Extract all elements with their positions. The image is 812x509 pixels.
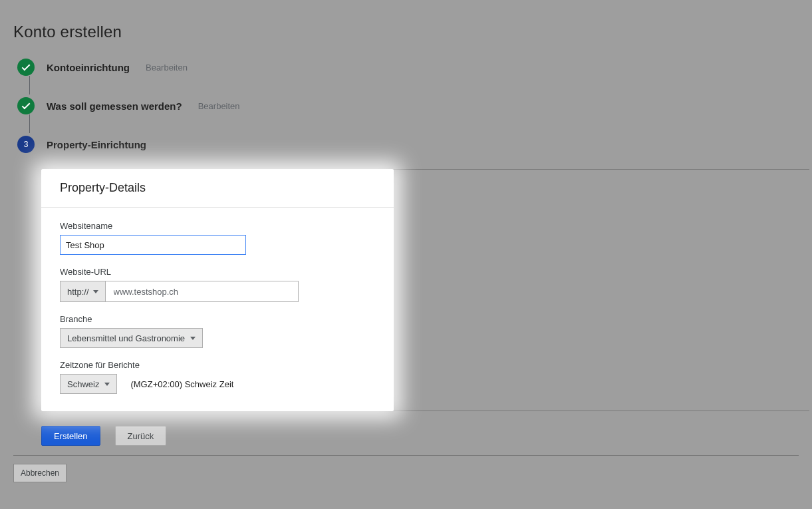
field-timezone: Zeitzone für Berichte Schweiz (MGZ+02:00…: [60, 360, 375, 394]
website-name-input[interactable]: [60, 235, 246, 255]
website-url-input[interactable]: [106, 281, 299, 302]
step-measure: Was soll gemessen werden? Bearbeiten: [17, 97, 799, 114]
step-title: Kontoeinrichtung: [47, 62, 130, 73]
label-website-url: Website-URL: [60, 267, 375, 277]
label-timezone: Zeitzone für Berichte: [60, 360, 375, 370]
check-icon: [17, 59, 35, 76]
industry-value: Lebensmittel und Gastronomie: [67, 333, 185, 343]
page-title: Konto erstellen: [13, 23, 799, 41]
chevron-down-icon: [104, 383, 110, 386]
protocol-value: http://: [67, 287, 89, 297]
industry-select[interactable]: Lebensmittel und Gastronomie: [60, 328, 203, 348]
step-number-badge: 3: [17, 136, 35, 153]
step-account-setup: Kontoeinrichtung Bearbeiten: [17, 59, 799, 76]
timezone-country-select[interactable]: Schweiz: [60, 374, 117, 394]
cancel-button[interactable]: Abbrechen: [13, 464, 67, 482]
label-website-name: Websitename: [60, 221, 375, 231]
create-button[interactable]: Erstellen: [41, 426, 100, 446]
card-title: Property-Details: [41, 169, 394, 208]
stepper: Kontoeinrichtung Bearbeiten Was soll gem…: [17, 59, 799, 153]
timezone-text: (MGZ+02:00) Schweiz Zeit: [130, 379, 233, 389]
check-icon: [17, 97, 35, 114]
field-industry: Branche Lebensmittel und Gastronomie: [60, 314, 375, 348]
timezone-country-value: Schweiz: [67, 379, 99, 389]
chevron-down-icon: [93, 290, 98, 293]
step-title: Property-Einrichtung: [47, 139, 146, 150]
chevron-down-icon: [190, 337, 196, 340]
label-industry: Branche: [60, 314, 375, 324]
step-title: Was soll gemessen werden?: [47, 100, 182, 112]
divider: [13, 455, 799, 456]
field-website-name: Websitename: [60, 221, 375, 255]
edit-link[interactable]: Bearbeiten: [198, 101, 240, 111]
edit-link[interactable]: Bearbeiten: [146, 63, 188, 73]
back-button[interactable]: Zurück: [115, 426, 167, 446]
action-row: Erstellen Zurück: [41, 426, 799, 446]
step-property-setup: 3 Property-Einrichtung: [17, 136, 799, 153]
field-website-url: Website-URL http://: [60, 267, 375, 302]
protocol-select[interactable]: http://: [60, 281, 106, 302]
property-details-card: Property-Details Websitename Website-URL…: [41, 169, 394, 411]
